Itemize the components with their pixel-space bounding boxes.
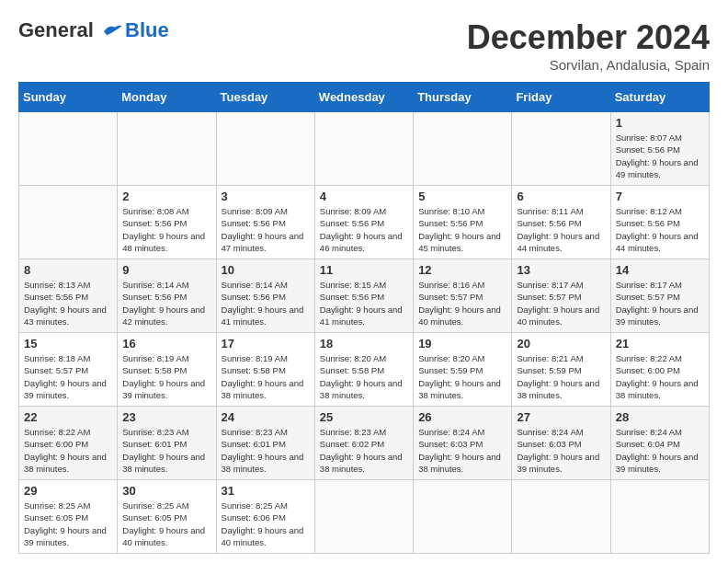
day-info: Sunrise: 8:18 AMSunset: 5:57 PMDaylight:… [24, 352, 112, 401]
empty-day-cell [118, 112, 216, 186]
day-cell: 3Sunrise: 8:09 AMSunset: 5:56 PMDaylight… [216, 186, 314, 259]
day-cell: 30Sunrise: 8:25 AMSunset: 6:05 PMDayligh… [118, 480, 216, 554]
day-info: Sunrise: 8:24 AMSunset: 6:03 PMDaylight:… [418, 426, 506, 475]
day-number: 29 [24, 484, 112, 498]
day-cell: 14Sunrise: 8:17 AMSunset: 5:57 PMDayligh… [610, 259, 709, 333]
day-number: 4 [320, 190, 408, 203]
day-info: Sunrise: 8:25 AMSunset: 6:06 PMDaylight:… [222, 500, 310, 548]
day-info: Sunrise: 8:23 AMSunset: 6:02 PMDaylight:… [320, 426, 408, 475]
calendar-week-row: 1Sunrise: 8:07 AMSunset: 5:56 PMDaylight… [19, 112, 710, 186]
day-info: Sunrise: 8:23 AMSunset: 6:01 PMDaylight:… [222, 426, 310, 475]
day-number: 17 [222, 337, 310, 350]
day-of-week-header: Monday [118, 83, 216, 112]
day-of-week-header: Wednesday [314, 83, 413, 112]
day-cell: 1Sunrise: 8:07 AMSunset: 5:56 PMDaylight… [610, 112, 709, 186]
calendar-week-row: 2Sunrise: 8:08 AMSunset: 5:56 PMDaylight… [19, 186, 710, 259]
empty-day-cell [512, 112, 610, 186]
day-cell: 5Sunrise: 8:10 AMSunset: 5:56 PMDaylight… [414, 186, 512, 259]
day-info: Sunrise: 8:22 AMSunset: 6:00 PMDaylight:… [616, 352, 704, 401]
calendar-week-row: 15Sunrise: 8:18 AMSunset: 5:57 PMDayligh… [19, 333, 710, 407]
title-block: December 2024 Sorvilan, Andalusia, Spain [467, 18, 710, 73]
day-number: 15 [24, 337, 112, 350]
day-info: Sunrise: 8:13 AMSunset: 5:56 PMDaylight:… [24, 279, 112, 327]
day-info: Sunrise: 8:22 AMSunset: 6:00 PMDaylight:… [24, 426, 112, 475]
day-of-week-header: Thursday [414, 83, 512, 112]
day-number: 3 [222, 190, 310, 203]
day-of-week-header: Friday [512, 83, 610, 112]
day-cell: 21Sunrise: 8:22 AMSunset: 6:00 PMDayligh… [610, 333, 709, 407]
day-info: Sunrise: 8:17 AMSunset: 5:57 PMDaylight:… [517, 279, 605, 327]
empty-day-cell [314, 112, 413, 186]
day-info: Sunrise: 8:09 AMSunset: 5:56 PMDaylight:… [222, 205, 310, 254]
logo-text-blue: Blue [125, 18, 169, 42]
day-number: 11 [320, 263, 408, 277]
day-info: Sunrise: 8:19 AMSunset: 5:58 PMDaylight:… [222, 352, 310, 401]
day-info: Sunrise: 8:23 AMSunset: 6:01 PMDaylight:… [122, 426, 210, 475]
day-number: 9 [122, 263, 210, 277]
day-cell: 26Sunrise: 8:24 AMSunset: 6:03 PMDayligh… [414, 407, 512, 480]
empty-day-cell [512, 480, 610, 554]
day-cell: 4Sunrise: 8:09 AMSunset: 5:56 PMDaylight… [314, 186, 413, 259]
day-cell: 17Sunrise: 8:19 AMSunset: 5:58 PMDayligh… [216, 333, 314, 407]
day-cell: 18Sunrise: 8:20 AMSunset: 5:58 PMDayligh… [314, 333, 413, 407]
empty-day-cell [314, 480, 413, 554]
calendar-table: SundayMondayTuesdayWednesdayThursdayFrid… [18, 82, 710, 554]
day-number: 2 [122, 190, 210, 203]
day-cell: 20Sunrise: 8:21 AMSunset: 5:59 PMDayligh… [512, 333, 610, 407]
calendar-week-row: 22Sunrise: 8:22 AMSunset: 6:00 PMDayligh… [19, 407, 710, 480]
day-number: 16 [122, 337, 210, 350]
day-number: 13 [517, 263, 605, 277]
day-number: 6 [517, 190, 605, 203]
calendar-week-row: 8Sunrise: 8:13 AMSunset: 5:56 PMDaylight… [19, 259, 710, 333]
day-cell: 7Sunrise: 8:12 AMSunset: 5:56 PMDaylight… [610, 186, 709, 259]
day-info: Sunrise: 8:09 AMSunset: 5:56 PMDaylight:… [320, 205, 408, 254]
day-cell: 9Sunrise: 8:14 AMSunset: 5:56 PMDaylight… [118, 259, 216, 333]
day-info: Sunrise: 8:10 AMSunset: 5:56 PMDaylight:… [418, 205, 506, 254]
day-info: Sunrise: 8:15 AMSunset: 5:56 PMDaylight:… [320, 279, 408, 327]
day-cell: 8Sunrise: 8:13 AMSunset: 5:56 PMDaylight… [19, 259, 118, 333]
logo: General Blue [18, 18, 169, 42]
day-of-week-header: Saturday [610, 83, 709, 112]
day-number: 25 [320, 410, 408, 424]
day-cell: 11Sunrise: 8:15 AMSunset: 5:56 PMDayligh… [314, 259, 413, 333]
location: Sorvilan, Andalusia, Spain [467, 57, 710, 73]
empty-day-cell [19, 112, 118, 186]
day-info: Sunrise: 8:11 AMSunset: 5:56 PMDaylight:… [517, 205, 605, 254]
day-cell: 19Sunrise: 8:20 AMSunset: 5:59 PMDayligh… [414, 333, 512, 407]
day-number: 7 [616, 190, 704, 203]
day-number: 24 [222, 410, 310, 424]
day-info: Sunrise: 8:19 AMSunset: 5:58 PMDaylight:… [122, 352, 210, 401]
day-info: Sunrise: 8:16 AMSunset: 5:57 PMDaylight:… [418, 279, 506, 327]
empty-day-cell [216, 112, 314, 186]
day-cell: 15Sunrise: 8:18 AMSunset: 5:57 PMDayligh… [19, 333, 118, 407]
day-info: Sunrise: 8:25 AMSunset: 6:05 PMDaylight:… [24, 500, 112, 548]
day-number: 26 [418, 410, 506, 424]
month-title: December 2024 [467, 18, 710, 57]
day-cell: 12Sunrise: 8:16 AMSunset: 5:57 PMDayligh… [414, 259, 512, 333]
page-header: General Blue December 2024 Sorvilan, And… [18, 18, 710, 73]
day-cell: 23Sunrise: 8:23 AMSunset: 6:01 PMDayligh… [118, 407, 216, 480]
day-cell: 24Sunrise: 8:23 AMSunset: 6:01 PMDayligh… [216, 407, 314, 480]
day-number: 10 [222, 263, 310, 277]
day-cell: 2Sunrise: 8:08 AMSunset: 5:56 PMDaylight… [118, 186, 216, 259]
day-number: 14 [616, 263, 704, 277]
day-cell: 13Sunrise: 8:17 AMSunset: 5:57 PMDayligh… [512, 259, 610, 333]
day-cell: 16Sunrise: 8:19 AMSunset: 5:58 PMDayligh… [118, 333, 216, 407]
day-number: 19 [418, 337, 506, 350]
day-number: 31 [222, 484, 310, 498]
day-info: Sunrise: 8:24 AMSunset: 6:03 PMDaylight:… [517, 426, 605, 475]
day-of-week-header: Tuesday [216, 83, 314, 112]
day-number: 22 [24, 410, 112, 424]
empty-day-cell [414, 480, 512, 554]
day-cell: 27Sunrise: 8:24 AMSunset: 6:03 PMDayligh… [512, 407, 610, 480]
day-number: 1 [616, 116, 704, 130]
day-cell: 6Sunrise: 8:11 AMSunset: 5:56 PMDaylight… [512, 186, 610, 259]
day-info: Sunrise: 8:25 AMSunset: 6:05 PMDaylight:… [122, 500, 210, 548]
day-info: Sunrise: 8:24 AMSunset: 6:04 PMDaylight:… [616, 426, 704, 475]
day-number: 8 [24, 263, 112, 277]
calendar-header-row: SundayMondayTuesdayWednesdayThursdayFrid… [19, 83, 710, 112]
day-number: 27 [517, 410, 605, 424]
day-cell: 29Sunrise: 8:25 AMSunset: 6:05 PMDayligh… [19, 480, 118, 554]
day-info: Sunrise: 8:14 AMSunset: 5:56 PMDaylight:… [122, 279, 210, 327]
empty-day-cell [19, 186, 118, 259]
